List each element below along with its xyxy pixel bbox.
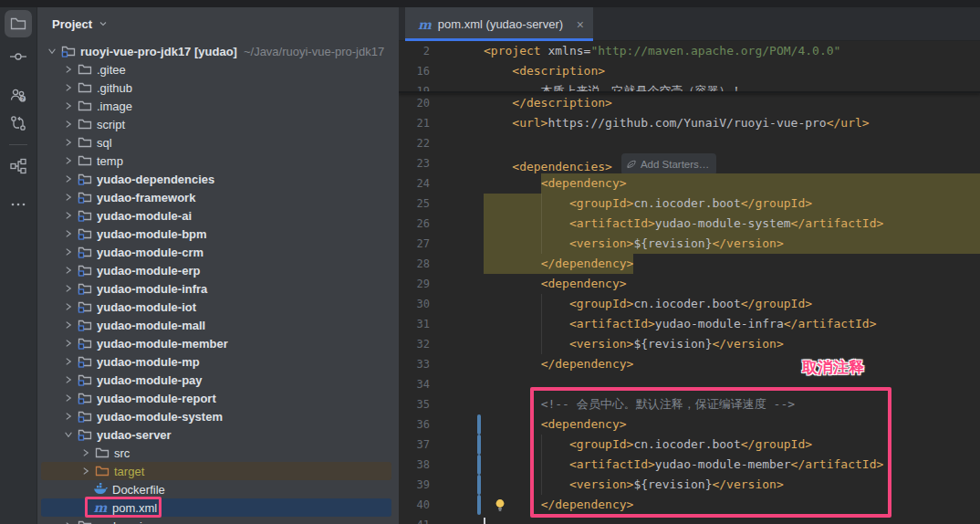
structure-icon	[9, 157, 27, 175]
chevron-right-icon[interactable]	[61, 336, 76, 351]
tab-close-icon[interactable]: ×	[577, 18, 584, 31]
tree-row-yudao-module-mp[interactable]: yudao-module-mp	[37, 352, 399, 371]
tree-row-yudao-dependencies[interactable]: yudao-dependencies	[37, 170, 399, 188]
chevron-right-icon[interactable]	[61, 190, 76, 204]
tree-row-yudao-ui[interactable]: yudao-ui	[37, 517, 399, 524]
tree-item-label: yudao-module-crm	[97, 246, 203, 259]
chevron-right-icon[interactable]	[61, 354, 76, 369]
code-line-24[interactable]: 24 <dependency>	[399, 173, 980, 194]
tree-item-label: yudao-server	[97, 428, 172, 442]
tree-row-target[interactable]: target	[37, 462, 399, 480]
code-line-19[interactable]: 19 本质上来说，它就是个空壳（容器）！	[399, 81, 980, 91]
tree-row-highlight	[41, 243, 391, 261]
chevron-right-icon[interactable]	[61, 153, 76, 168]
chevron-right-icon[interactable]	[61, 263, 76, 278]
code-line-23[interactable]: 23 <dependencies>Add Starters…	[399, 153, 980, 173]
commit-button[interactable]	[5, 43, 32, 70]
tree-row-dockerfile[interactable]: Dockerfile	[37, 480, 399, 498]
chevron-down-icon[interactable]	[45, 44, 59, 58]
code-line-28[interactable]: 28 </dependency>	[399, 254, 980, 274]
tree-row-yudao-module-bpm[interactable]: yudao-module-bpm	[37, 225, 399, 243]
code-line-26[interactable]: 26 <artifactId>yudao-module-system</arti…	[399, 214, 980, 234]
tree-row-yudao-module-infra[interactable]: yudao-module-infra	[37, 279, 399, 298]
tree-row-src[interactable]: src	[37, 444, 399, 462]
tree-row-script[interactable]: script	[37, 115, 399, 133]
tree-row-gitee[interactable]: .gitee	[37, 60, 399, 79]
chevron-right-icon[interactable]	[61, 519, 76, 524]
line-number: 24	[399, 173, 430, 194]
tree-row-temp[interactable]: temp	[37, 152, 399, 170]
chevron-right-icon[interactable]	[61, 99, 76, 113]
window-top-strip	[0, 0, 980, 7]
code-text: <groupId>cn.iocoder.boot</groupId>	[484, 294, 812, 314]
chevron-right-icon[interactable]	[61, 245, 76, 259]
tree-row-highlight	[41, 170, 391, 188]
chevron-right-icon[interactable]	[61, 80, 76, 95]
code-line-29[interactable]: 29 <dependency>	[399, 274, 980, 294]
tree-row-yudao-server[interactable]: yudao-server	[37, 425, 399, 444]
tree-row-highlight	[41, 279, 391, 298]
chevron-right-icon[interactable]	[61, 391, 76, 405]
tree-item-label: .image	[97, 100, 132, 113]
tree-item-label: yudao-module-system	[97, 410, 223, 424]
pull-requests-button[interactable]	[5, 110, 32, 137]
chevron-right-icon[interactable]	[61, 409, 76, 424]
tree-row-yudao-module-iot[interactable]: yudao-module-iot	[37, 298, 399, 316]
code-text: <url>https://github.com/YunaiV/ruoyi-vue…	[484, 113, 870, 133]
code-line-27[interactable]: 27 <version>${revision}</version>	[399, 234, 980, 254]
chevron-right-icon[interactable]	[61, 62, 76, 77]
tree-row-yudao-module-mall[interactable]: yudao-module-mall	[37, 316, 399, 334]
code-line-31[interactable]: 31 <artifactId>yudao-module-infra</artif…	[399, 314, 980, 334]
chevron-right-icon[interactable]	[61, 117, 76, 131]
tree-row-github[interactable]: .github	[37, 79, 399, 97]
structure-button[interactable]	[5, 152, 32, 180]
chevron-right-icon[interactable]	[61, 299, 76, 314]
chevron-right-icon[interactable]	[61, 172, 76, 186]
tree-row-project-root[interactable]: ruoyi-vue-pro-jdk17 [yudao]~/Java/ruoyi-…	[37, 42, 399, 60]
tree-row-yudao-module-system[interactable]: yudao-module-system	[37, 407, 399, 425]
project-panel-header[interactable]: Project	[37, 7, 109, 40]
project-folder-icon	[9, 15, 27, 33]
code-line-33[interactable]: 33 </dependency>	[399, 354, 980, 374]
tree-row-highlight	[41, 462, 391, 480]
code-line-2[interactable]: 2<project xmlns="http://maven.apache.org…	[399, 41, 980, 61]
code-line-32[interactable]: 32 <version>${revision}</version>	[399, 334, 980, 354]
pull-requests-icon	[9, 114, 27, 132]
project-panel-title: Project	[52, 17, 92, 31]
tree-row-yudao-module-report[interactable]: yudao-module-report	[37, 389, 399, 407]
chevron-right-icon[interactable]	[78, 464, 93, 478]
chevron-right-icon[interactable]	[61, 318, 76, 332]
tree-row-sql[interactable]: sql	[37, 133, 399, 152]
chevron-down-icon[interactable]	[61, 427, 76, 442]
chevron-right-icon[interactable]	[61, 226, 76, 241]
code-line-21[interactable]: 21 <url>https://github.com/YunaiV/ruoyi-…	[399, 113, 980, 133]
more-button[interactable]	[5, 191, 32, 218]
add-starters-inlay[interactable]: Add Starters…	[621, 153, 716, 175]
tree-row-yudao-module-ai[interactable]: yudao-module-ai	[37, 206, 399, 225]
chevron-right-icon[interactable]	[78, 445, 93, 460]
code-line-25[interactable]: 25 <groupId>cn.iocoder.boot</groupId>	[399, 194, 980, 214]
editor-tab-pom-xml[interactable]: m pom.xml (yudao-server) ×	[405, 7, 593, 41]
tree-row-yudao-module-erp[interactable]: yudao-module-erp	[37, 261, 399, 279]
chevron-right-icon[interactable]	[61, 372, 76, 387]
code-line-30[interactable]: 30 <groupId>cn.iocoder.boot</groupId>	[399, 294, 980, 314]
intention-bulb-icon[interactable]	[493, 498, 507, 512]
chevron-right-icon[interactable]	[61, 208, 76, 223]
project-folder-button[interactable]	[5, 10, 32, 37]
code-line-16[interactable]: 16 <description>	[399, 61, 980, 81]
chevron-right-icon[interactable]	[61, 135, 76, 150]
tree-row-yudao-module-crm[interactable]: yudao-module-crm	[37, 243, 399, 261]
tree-item-label: yudao-module-infra	[97, 282, 207, 296]
tree-item-label: src	[114, 446, 130, 460]
tree-row-yudao-module-pay[interactable]: yudao-module-pay	[37, 371, 399, 389]
tree-row-highlight	[41, 352, 391, 371]
code-line-22[interactable]: 22	[399, 133, 980, 153]
maven-icon: m	[418, 18, 432, 31]
chevron-right-icon[interactable]	[61, 281, 76, 296]
tree-row-image[interactable]: .image	[37, 97, 399, 115]
code-line-20[interactable]: 20 </description>	[399, 93, 980, 113]
tree-row-yudao-module-member[interactable]: yudao-module-member	[37, 334, 399, 352]
tree-row-yudao-framework[interactable]: yudao-framework	[37, 188, 399, 206]
learn-users-button[interactable]: ?	[5, 81, 32, 109]
tree-row-highlight	[41, 152, 391, 170]
